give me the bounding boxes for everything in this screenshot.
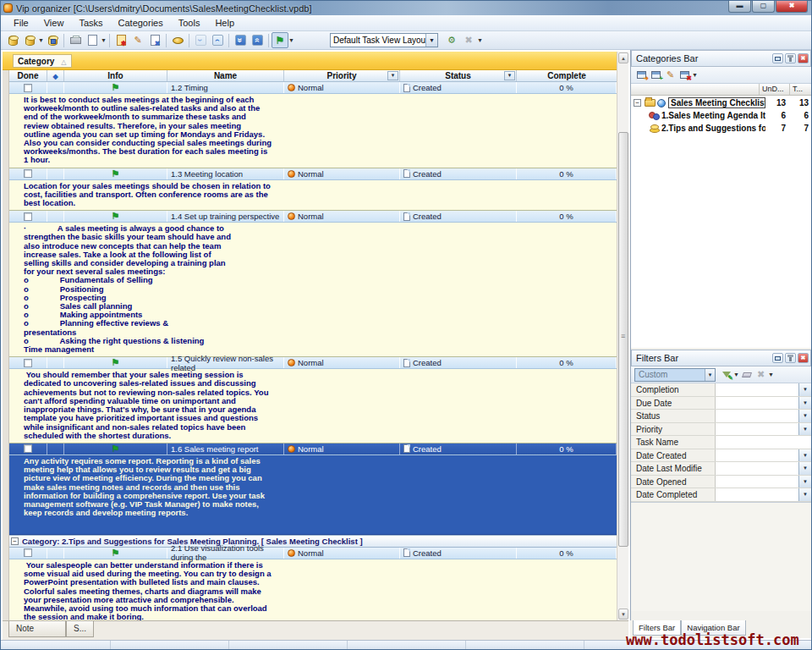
bottom-tab-note[interactable]: Note xyxy=(8,621,66,637)
task-note[interactable]: It is best to conduct sales meetings at … xyxy=(9,94,617,168)
column-undone[interactable]: UnD... xyxy=(759,84,789,95)
filter-value-input[interactable] xyxy=(716,476,798,488)
add-task-icon[interactable]: ✱ xyxy=(112,32,129,48)
scroll-down-icon[interactable]: ▼ xyxy=(618,609,628,620)
task-row[interactable]: ⚑1.3 Meeting locationNormalCreated0 % xyxy=(9,168,617,180)
menu-item-file[interactable]: File xyxy=(6,16,36,30)
categories-maximize-icon[interactable] xyxy=(772,53,783,63)
filters-close-icon[interactable]: ✖ xyxy=(798,353,809,363)
column-total[interactable]: T... xyxy=(789,84,811,95)
status-filter-dropdown-icon[interactable]: ▼ xyxy=(504,71,515,80)
scrollbar-thumb[interactable] xyxy=(618,132,628,547)
task-checkbox[interactable] xyxy=(24,359,32,367)
expand-all-icon[interactable]: » xyxy=(232,32,249,48)
column-header-complete[interactable]: Complete xyxy=(517,70,617,81)
task-row[interactable]: ⚑1.5 Quickly review non-sales relatedNor… xyxy=(9,357,617,369)
collapse-tree-icon[interactable]: − xyxy=(634,99,641,107)
new-database-icon[interactable] xyxy=(4,32,21,48)
filters-toolbar-caret-icon[interactable]: ▼ xyxy=(768,372,774,377)
category-group-row[interactable]: −Category: 2.Tips and Suggestions for Sa… xyxy=(9,535,617,548)
task-row[interactable]: ⚑1.4 Set up training perspectiveNormalCr… xyxy=(9,211,617,223)
filters-maximize-icon[interactable] xyxy=(772,353,783,363)
edit-category-icon[interactable]: ✎ xyxy=(663,69,678,82)
bottom-tab-subtasks[interactable]: S... xyxy=(66,621,94,637)
column-header-priority[interactable]: Priority▼ xyxy=(284,70,400,81)
edit-task-icon[interactable]: ✎ xyxy=(129,32,146,48)
task-row[interactable]: ⚑2.1 Use visualization tools during theN… xyxy=(9,548,617,559)
category-tree-row[interactable]: 2.Tips and Suggestions for S77 xyxy=(631,122,811,135)
filter-value-input[interactable] xyxy=(716,449,798,462)
save-layout-icon[interactable]: ⚙ xyxy=(443,32,460,48)
collapse-group-icon[interactable]: − xyxy=(11,537,19,545)
edit-filter-caret-icon[interactable]: ▼ xyxy=(733,372,739,377)
categories-pin-icon[interactable] xyxy=(785,53,796,63)
open-database-caret-icon[interactable]: ▼ xyxy=(38,37,44,43)
maximize-button[interactable]: ▢ xyxy=(752,1,775,13)
minimize-button[interactable]: ▬ xyxy=(728,1,751,13)
filter-preset-combo[interactable]: Custom ▼ xyxy=(634,368,716,382)
print-preview-caret-icon[interactable]: ▼ xyxy=(101,37,107,43)
filter-dropdown-icon[interactable]: ▼ xyxy=(798,383,811,396)
filter-value-input[interactable] xyxy=(716,383,798,396)
layout-combo-dropdown-icon[interactable]: ▼ xyxy=(425,34,437,47)
categories-toolbar-caret-icon[interactable]: ▼ xyxy=(692,72,698,78)
column-header-info[interactable]: Info xyxy=(64,70,167,81)
filter-dropdown-icon[interactable]: ▼ xyxy=(798,423,811,436)
task-note[interactable]: Any activity requires some report. Repor… xyxy=(9,455,617,535)
column-header-status[interactable]: Status▼ xyxy=(400,70,517,81)
group-by-category-chip[interactable]: Category△ xyxy=(13,54,72,68)
column-header-name[interactable]: Name xyxy=(167,70,284,81)
filter-dropdown-icon[interactable]: ▼ xyxy=(798,462,811,475)
move-up-icon[interactable]: › xyxy=(209,32,226,48)
menu-item-view[interactable]: View xyxy=(36,16,72,30)
task-note[interactable]: Location for your sales meetings should … xyxy=(9,180,617,212)
column-header-attachment[interactable]: ◆ xyxy=(47,70,64,81)
filter-value-input[interactable] xyxy=(716,488,798,501)
task-row[interactable]: ⚑1.2 TimingNormalCreated0 % xyxy=(9,82,617,94)
task-view-layout-combo[interactable]: Default Task View Layout ▼ xyxy=(330,33,438,47)
task-checkbox[interactable] xyxy=(24,169,32,178)
filter-dropdown-icon[interactable]: ▼ xyxy=(798,488,811,501)
filters-pin-icon[interactable] xyxy=(785,353,796,363)
task-note[interactable]: Your salespeople can better understand i… xyxy=(9,559,617,620)
clear-filter-icon[interactable] xyxy=(739,368,754,382)
layout-toolbar-caret-icon[interactable]: ▼ xyxy=(477,37,483,43)
filter-value-input[interactable] xyxy=(716,436,811,449)
filter-value-input[interactable] xyxy=(716,397,798,410)
print-preview-icon[interactable] xyxy=(84,32,101,48)
menu-item-tasks[interactable]: Tasks xyxy=(71,16,110,30)
task-checkbox[interactable] xyxy=(24,212,32,221)
task-checkbox[interactable] xyxy=(24,444,32,453)
close-button[interactable]: ✖ xyxy=(776,1,808,13)
task-checkbox[interactable] xyxy=(24,548,32,557)
column-header-done[interactable]: Done xyxy=(9,70,47,81)
save-database-icon[interactable] xyxy=(44,32,61,48)
delete-task-icon[interactable]: ✖ xyxy=(146,32,163,48)
category-tree-row[interactable]: 1.Sales Meeting Agenda Iter66 xyxy=(631,109,811,122)
flag-filter-icon[interactable]: ⚑ xyxy=(272,32,288,48)
task-row[interactable]: ⚑1.6 Sales meeting reportNormalCreated0 … xyxy=(9,443,617,455)
priority-filter-dropdown-icon[interactable]: ▼ xyxy=(387,71,398,80)
task-note[interactable]: · A sales meeting is always a good chanc… xyxy=(9,223,617,357)
categories-close-icon[interactable]: ✖ xyxy=(798,53,809,63)
filter-value-input[interactable] xyxy=(716,462,798,475)
filter-dropdown-icon[interactable]: ▼ xyxy=(798,449,811,462)
menu-item-help[interactable]: Help xyxy=(207,16,242,30)
menu-item-categories[interactable]: Categories xyxy=(111,16,171,30)
filter-dropdown-icon[interactable]: ▼ xyxy=(798,397,811,410)
filter-dropdown-icon[interactable]: ▼ xyxy=(798,410,811,422)
filter-dropdown-icon[interactable]: ▼ xyxy=(798,476,811,488)
edit-filter-icon[interactable]: ✎ xyxy=(719,368,733,382)
menu-item-tools[interactable]: Tools xyxy=(171,16,208,30)
filter-value-input[interactable] xyxy=(716,423,798,436)
collapse-all-icon[interactable]: » xyxy=(249,32,266,48)
task-checkbox[interactable] xyxy=(24,84,32,92)
move-down-icon[interactable]: › xyxy=(192,32,209,48)
print-icon[interactable] xyxy=(67,32,84,48)
open-database-icon[interactable] xyxy=(21,32,38,48)
delete-layout-icon[interactable]: ✖ xyxy=(460,32,477,48)
scroll-up-icon[interactable]: ▲ xyxy=(618,52,628,63)
vertical-scrollbar[interactable]: ▲ ▼ xyxy=(617,52,628,620)
category-tree-row[interactable]: −Sales Meeting Checklist1313 xyxy=(631,96,811,109)
new-category-icon[interactable]: ➜ xyxy=(634,69,649,82)
